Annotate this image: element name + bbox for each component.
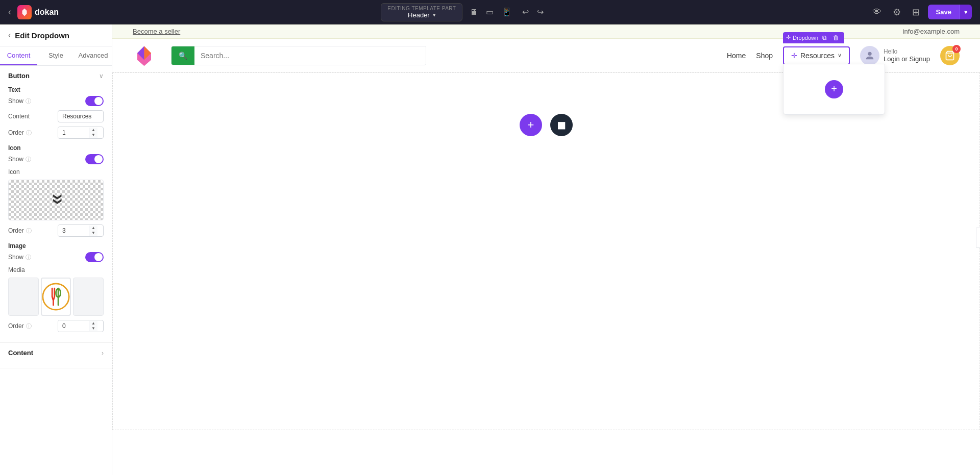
header-email: info@example.com <box>903 28 960 35</box>
tab-advanced[interactable]: Advanced <box>75 46 112 65</box>
icon-label: Icon <box>8 144 21 152</box>
icon-order-row: Order ⓘ ▲ ▼ <box>8 224 104 237</box>
back-button[interactable]: ‹ <box>8 7 11 17</box>
content-section-header[interactable]: Content › <box>8 349 104 357</box>
nav-home[interactable]: Home <box>727 52 746 60</box>
icon-show-row: Show ⓘ <box>8 154 104 164</box>
icon-field-label: Icon <box>8 168 20 176</box>
image-show-info-icon: ⓘ <box>26 254 31 261</box>
text-order-row: Order ⓘ ▲ ▼ <box>8 127 104 139</box>
page-frame: Become a seller info@example.com 🔍 <box>112 24 980 475</box>
main-layout: ‹ Edit Dropdown Content Style Advanced B… <box>0 24 980 475</box>
text-content-input[interactable] <box>58 110 104 122</box>
image-order-input[interactable] <box>58 320 89 332</box>
text-content-label: Content <box>8 113 30 120</box>
image-order-up[interactable]: ▲ <box>89 321 97 326</box>
icon-subsection-label: Icon <box>8 143 104 152</box>
panel-back-button[interactable]: ‹ <box>8 31 11 40</box>
mobile-device-button[interactable]: 📱 <box>499 4 515 20</box>
user-section: Hello Login or Signup <box>860 46 930 65</box>
resources-chevron-icon: ∨ <box>838 52 842 59</box>
image-order-row: Order ⓘ ▲ ▼ <box>8 320 104 332</box>
text-show-toggle[interactable] <box>85 96 104 106</box>
redo-button[interactable]: ↪ <box>534 4 547 20</box>
tab-content[interactable]: Content <box>0 46 37 65</box>
undo-redo-buttons: ↩ ↪ <box>519 4 547 20</box>
nav-shop[interactable]: Shop <box>756 52 773 60</box>
dropdown-delete-button[interactable]: 🗑 <box>831 34 841 42</box>
editing-template-row: Header ▾ <box>408 11 436 19</box>
dropdown-add-item-button[interactable]: + <box>825 80 843 98</box>
resources-icon: ✛ <box>791 52 797 60</box>
user-avatar <box>860 46 879 65</box>
text-order-input[interactable] <box>58 127 89 138</box>
text-content-row: Content <box>8 110 104 122</box>
icon-order-arrows: ▲ ▼ <box>89 226 97 236</box>
device-buttons: 🖥 ▭ 📱 <box>467 4 515 20</box>
button-section-chevron: ∨ <box>99 72 104 80</box>
tab-style[interactable]: Style <box>37 46 75 65</box>
dropdown-copy-button[interactable]: ⧉ <box>820 34 829 42</box>
editing-template-value: Header <box>408 11 430 19</box>
media-row <box>8 278 104 316</box>
icon-order-down[interactable]: ▼ <box>89 231 97 236</box>
icon-order-input-wrapper: ▲ ▼ <box>58 224 104 237</box>
chevron-icon-display: ❮❮ <box>51 195 61 205</box>
editing-template-dropdown[interactable]: EDITING TEMPLATE PART Header ▾ <box>381 3 462 21</box>
icon-order-label: Order ⓘ <box>8 227 32 235</box>
icon-field-row: Icon <box>8 168 104 176</box>
editing-template-chevron: ▾ <box>433 12 436 18</box>
button-section: Button ∨ Text Show ⓘ Content Order <box>0 66 112 343</box>
settings-button[interactable]: ⚙ <box>890 4 904 21</box>
user-login-text: Login or Signup <box>884 55 930 63</box>
become-seller-link[interactable]: Become a seller <box>133 28 180 35</box>
add-section-button[interactable]: + <box>520 114 542 136</box>
media-label: Media <box>8 266 25 273</box>
panel-tabs: Content Style Advanced <box>0 46 112 66</box>
dokan-logo: dokan <box>17 5 59 19</box>
icon-order-input[interactable] <box>58 225 89 236</box>
fork-logo-svg <box>42 283 70 311</box>
tablet-device-button[interactable]: ▭ <box>483 4 497 20</box>
text-order-info-icon: ⓘ <box>26 129 32 137</box>
icon-order-info-icon: ⓘ <box>26 227 32 235</box>
cart-badge: 0 <box>952 45 961 53</box>
save-dropdown-button[interactable]: ▾ <box>960 5 972 19</box>
text-subsection-label: Text <box>8 85 104 94</box>
text-show-row: Show ⓘ <box>8 96 104 106</box>
text-order-up[interactable]: ▲ <box>89 128 97 133</box>
save-button[interactable]: Save <box>928 5 960 19</box>
search-button[interactable]: 🔍 <box>172 46 194 65</box>
toolbar-left: ‹ dokan <box>8 5 59 19</box>
desktop-device-button[interactable]: 🖥 <box>467 5 481 20</box>
text-order-down[interactable]: ▼ <box>89 133 97 138</box>
undo-button[interactable]: ↩ <box>519 4 532 20</box>
svg-point-8 <box>868 52 871 55</box>
resources-label: Resources <box>800 52 835 60</box>
panel-header: ‹ Edit Dropdown <box>0 24 112 46</box>
icon-show-toggle[interactable] <box>85 154 104 164</box>
dropdown-button-display: ✛ Resources ∨ <box>784 47 849 64</box>
toolbar-right: 👁 ⚙ ⊞ Save ▾ <box>869 4 972 21</box>
image-show-toggle[interactable] <box>85 252 104 262</box>
icon-preview[interactable]: ❮❮ <box>8 180 104 220</box>
search-input[interactable] <box>194 46 426 65</box>
text-order-label: Order ⓘ <box>8 129 32 137</box>
cart-button[interactable]: 0 <box>940 46 960 65</box>
content-section: Content › <box>0 343 112 368</box>
icon-order-up[interactable]: ▲ <box>89 226 97 231</box>
site-logo[interactable] <box>133 44 156 67</box>
canvas-content: + ◼ <box>112 72 980 430</box>
media-thumb-logo[interactable] <box>41 278 71 316</box>
image-order-down[interactable]: ▼ <box>89 326 97 331</box>
preview-button[interactable]: 👁 <box>869 4 885 20</box>
media-thumb-3[interactable] <box>73 278 104 316</box>
add-template-button[interactable]: ◼ <box>550 114 573 136</box>
image-order-info-icon: ⓘ <box>26 322 32 330</box>
content-section-chevron: › <box>102 349 104 357</box>
search-bar: 🔍 <box>171 46 426 65</box>
text-show-info-icon: ⓘ <box>26 97 31 105</box>
dropdown-widget[interactable]: ✛ Dropdown ⧉ 🗑 ✛ Resources ∨ <box>783 46 850 65</box>
media-thumb-1[interactable] <box>8 278 39 316</box>
responsive-button[interactable]: ⊞ <box>909 4 923 21</box>
